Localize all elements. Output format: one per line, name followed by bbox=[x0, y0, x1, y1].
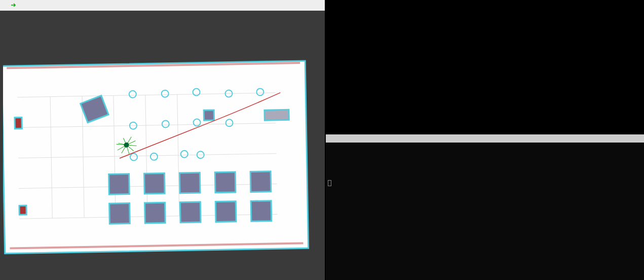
svg-rect-16 bbox=[179, 172, 200, 193]
svg-rect-23 bbox=[251, 201, 272, 222]
svg-rect-38 bbox=[204, 110, 214, 120]
svg-rect-15 bbox=[144, 173, 165, 194]
remove-button[interactable] bbox=[41, 2, 48, 9]
rviz-pane bbox=[0, 0, 326, 280]
svg-rect-39 bbox=[264, 110, 289, 120]
svg-rect-21 bbox=[180, 202, 201, 223]
nav2-goal-button[interactable] bbox=[10, 2, 19, 9]
svg-rect-41 bbox=[19, 205, 26, 215]
svg-rect-22 bbox=[215, 201, 236, 222]
arrow-icon bbox=[10, 2, 17, 9]
eta-line bbox=[328, 180, 642, 187]
svg-rect-40 bbox=[15, 117, 22, 128]
viz-frame bbox=[0, 11, 325, 280]
plus-icon bbox=[26, 2, 33, 9]
terminal-title bbox=[326, 134, 644, 143]
svg-rect-14 bbox=[109, 173, 130, 194]
svg-rect-20 bbox=[145, 202, 166, 223]
svg-rect-19 bbox=[109, 203, 130, 224]
terminal-bottom[interactable] bbox=[326, 143, 644, 280]
svg-rect-17 bbox=[215, 172, 236, 193]
svg-rect-18 bbox=[250, 171, 271, 192]
terminal-top[interactable] bbox=[326, 0, 644, 134]
add-button[interactable] bbox=[26, 2, 33, 9]
rviz-toolbar bbox=[0, 0, 325, 11]
minus-icon bbox=[41, 2, 48, 9]
map-viewport[interactable] bbox=[3, 14, 322, 277]
terminal-pane bbox=[326, 0, 644, 280]
cursor-icon bbox=[328, 180, 331, 186]
